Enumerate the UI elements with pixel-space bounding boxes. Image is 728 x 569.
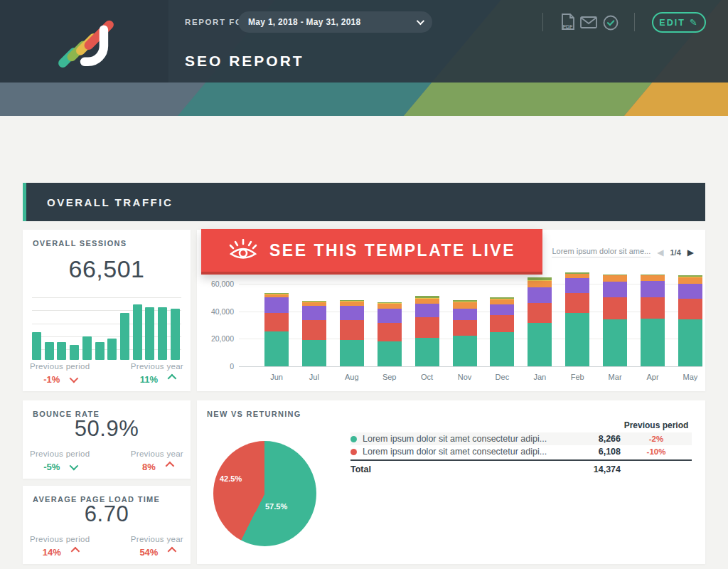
new-vs-returning-pie-chart	[213, 441, 316, 546]
segment-teal	[302, 340, 326, 366]
segment-teal	[264, 331, 289, 366]
segment-purple	[415, 304, 439, 317]
eye-icon	[228, 239, 258, 262]
segment-teal	[490, 332, 514, 366]
segment-red	[340, 320, 364, 340]
header-divider	[634, 13, 635, 31]
spark-bar	[107, 339, 117, 360]
stacked-bar	[378, 302, 402, 366]
row-value: 6,108	[564, 447, 621, 457]
segment-orange	[678, 277, 702, 284]
segment-orange	[641, 275, 665, 281]
segment-red	[641, 297, 665, 319]
row-label: Lorem ipsum dolor sit amet consectetur a…	[363, 447, 547, 457]
page-prev-icon[interactable]: ◀	[657, 248, 663, 257]
prev-period-block: Previous period -5%	[30, 450, 90, 472]
prev-year-trend: 54%	[139, 547, 174, 558]
prev-year-trend: 8%	[142, 462, 172, 472]
segment-purple	[302, 306, 326, 320]
spark-bar	[32, 332, 41, 360]
total-label: Total	[350, 464, 564, 474]
segment-orange	[453, 302, 477, 309]
prev-period-label: Previous period	[30, 450, 90, 458]
row-value: 8,266	[564, 434, 621, 444]
segment-red	[603, 297, 627, 319]
prev-period-header: Previous period	[624, 420, 689, 430]
table-row: Lorem ipsum dolor sit amet consectetur a…	[350, 445, 692, 458]
seo-report-page: REPORT FOR May 1, 2018 - May 31, 2018 SE…	[0, 0, 728, 569]
segment-red	[453, 320, 477, 336]
plot-area: JunJulAugSepOctNovDecJanFebMarAprMay	[239, 269, 702, 367]
bounce-rate-value: 50.9%	[23, 416, 191, 442]
header-divider	[542, 13, 543, 31]
segment-purple	[490, 304, 514, 315]
segment-purple	[528, 287, 552, 303]
bounce-rate-card: BOUNCE RATE 50.9% Previous period -5% Pr…	[23, 400, 191, 479]
stacked-bar	[528, 277, 552, 366]
page-load-time-card: AVERAGE PAGE LOAD TIME 6.70 Previous per…	[23, 486, 191, 564]
prev-period-block: Previous period 14%	[30, 535, 90, 558]
prev-year-label: Previous year	[131, 362, 183, 371]
see-template-live-banner[interactable]: SEE THIS TEMPLATE LIVE	[201, 229, 542, 275]
pie-slice-label: 57.5%	[265, 502, 287, 511]
segment-teal	[528, 323, 552, 366]
segment-purple	[453, 309, 477, 320]
edit-button[interactable]: EDIT ✎	[652, 12, 706, 33]
page-title: SEO REPORT	[185, 53, 304, 70]
spark-bar	[95, 342, 105, 360]
email-icon[interactable]	[580, 16, 597, 28]
prev-year-block: Previous year 8%	[131, 450, 183, 472]
stacked-bar	[415, 296, 439, 366]
date-range-dropdown[interactable]: May 1, 2018 - May 31, 2018	[238, 11, 432, 33]
trend-chevron-icon	[70, 462, 79, 471]
segment-red	[678, 299, 702, 319]
dashthis-logo-icon	[51, 7, 119, 75]
trend-chevron-icon	[70, 374, 79, 383]
stacked-bar-chart: 020,00040,00060,000 JunJulAugSepOctNovDe…	[207, 269, 695, 387]
check-circle-icon[interactable]	[603, 15, 619, 31]
svg-text:PDF: PDF	[562, 24, 573, 29]
sessions-sparkline-chart	[32, 297, 181, 360]
pencil-icon: ✎	[690, 17, 699, 28]
segment-red	[378, 323, 402, 341]
prev-year-block: Previous year 54%	[131, 535, 183, 558]
stacked-bar	[340, 300, 364, 366]
table-total-row: Total 14,374	[350, 459, 692, 476]
table-header-row: Previous period	[350, 420, 692, 431]
segment-teal	[678, 319, 702, 366]
page-load-value: 6.70	[23, 501, 191, 527]
segment-orange	[415, 299, 439, 304]
page-next-icon[interactable]: ▶	[687, 248, 694, 257]
section-title: OVERALL TRAFFIC	[26, 196, 173, 208]
segment-purple	[603, 282, 627, 297]
segment-red	[302, 320, 326, 340]
segment-teal	[378, 341, 402, 366]
stacked-bar	[302, 301, 326, 366]
date-range-value: May 1, 2018 - May 31, 2018	[248, 17, 417, 27]
sessions-value: 66,501	[23, 255, 191, 283]
spark-bar	[82, 336, 92, 360]
segment-teal	[641, 319, 665, 366]
export-pdf-icon[interactable]: PDF	[560, 14, 576, 32]
legend-pagination: Lorem ipsum dolor sit ame... ◀ 1/4 ▶	[552, 247, 694, 257]
segment-purple	[264, 297, 289, 312]
prev-year-label: Previous year	[131, 450, 183, 458]
segment-teal	[340, 340, 364, 366]
legend-table: Previous period Lorem ipsum dolor sit am…	[350, 420, 692, 476]
trend-chevron-icon	[165, 462, 174, 471]
legend-dot-icon	[350, 436, 357, 442]
segment-purple	[378, 309, 402, 323]
segment-red	[415, 317, 439, 338]
widget-title: NEW VS RETURNING	[207, 410, 301, 418]
segment-red	[565, 293, 589, 313]
segment-teal	[453, 336, 477, 366]
trend-chevron-icon	[168, 547, 177, 556]
prev-period-trend: -5%	[43, 462, 76, 472]
trend-chevron-icon	[168, 374, 177, 383]
section-overall-traffic: OVERALL TRAFFIC	[23, 183, 705, 221]
segment-orange	[528, 281, 552, 287]
widget-title: OVERALL SESSIONS	[33, 239, 127, 248]
stacked-bar	[565, 272, 589, 366]
pie-slice-label: 42.5%	[220, 474, 242, 483]
spark-bar	[57, 342, 66, 360]
